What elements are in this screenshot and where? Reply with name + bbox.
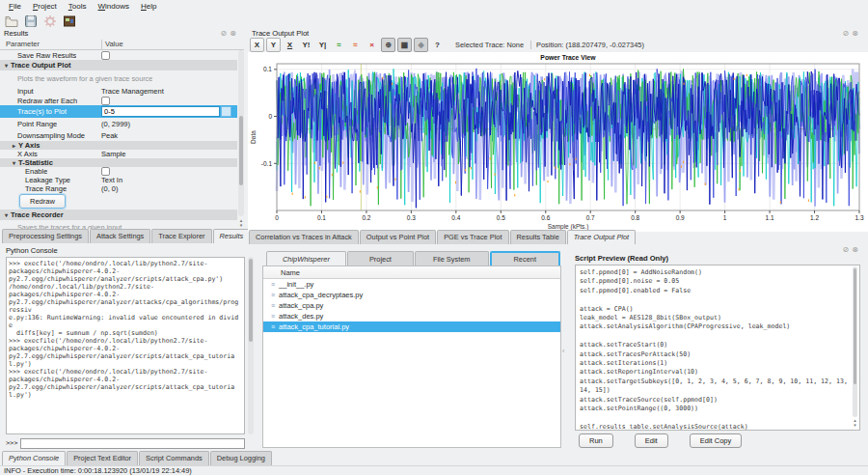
name-column-label: Name: [281, 268, 300, 277]
tab-pge-vs-trace[interactable]: PGE vs Trace Plot: [437, 230, 508, 244]
lock-ymin-button[interactable]: Y|: [315, 38, 330, 52]
param-row-point-range[interactable]: Point Range (0, 2999): [0, 118, 237, 129]
crosshair-button[interactable]: ⊕: [381, 38, 395, 52]
float-dock-icon[interactable]: ⊘: [843, 30, 850, 38]
console-input[interactable]: [20, 438, 245, 449]
tab-results-table[interactable]: Results Table: [510, 230, 566, 244]
svg-text:0.9: 0.9: [676, 214, 685, 221]
menu-project[interactable]: Project: [27, 1, 63, 12]
menu-windows[interactable]: Windows: [93, 1, 135, 12]
param-row-downsampling-mode[interactable]: Downsampling Mode Peak: [0, 129, 237, 141]
tab-recent[interactable]: Recent: [490, 251, 560, 266]
script-scrollbar-thumb[interactable]: [854, 268, 856, 384]
script-scrollbar[interactable]: [853, 266, 857, 417]
help-button[interactable]: ?: [430, 38, 445, 52]
float-dock-icon[interactable]: ⊘: [843, 246, 850, 254]
console-scrollbar-thumb[interactable]: [249, 259, 253, 342]
file-row[interactable]: ≡attack_cpa_decryptaes.py: [263, 290, 560, 300]
menu-help[interactable]: Help: [135, 1, 162, 12]
results-scrollbar-thumb[interactable]: [239, 116, 243, 185]
tab-trace-explorer[interactable]: Trace Explorer: [151, 229, 211, 243]
svg-text:Data: Data: [250, 130, 257, 144]
save-raw-results-checkbox[interactable]: [101, 51, 110, 60]
tab-script-commands[interactable]: Script Commands: [139, 451, 209, 465]
edit-copy-button[interactable]: Edit Copy: [690, 433, 743, 448]
persistence-wave-icon[interactable]: ≈: [332, 38, 346, 52]
section-trace-output-plot[interactable]: ▾Trace Output Plot: [0, 60, 237, 70]
save-project-icon[interactable]: [23, 14, 39, 29]
lock-ymax-button[interactable]: Y!: [299, 38, 313, 52]
plot-region[interactable]: 00.10.20.30.40.50.60.70.80.911.11.21.30.…: [248, 52, 868, 232]
section-trace-recorder[interactable]: ▾Trace Recorder: [0, 210, 237, 220]
param-row-traces-to-plot[interactable]: Trace(s) to Plot: [0, 105, 237, 118]
lock-x-button[interactable]: X: [283, 38, 297, 52]
param-row-trace-range[interactable]: Trace Range (0, 0): [0, 184, 237, 193]
tab-attack-settings[interactable]: Attack Settings: [90, 229, 150, 243]
open-project-icon[interactable]: [4, 14, 19, 29]
param-label: Trace Range: [0, 184, 67, 193]
traces-to-plot-input[interactable]: [101, 106, 220, 117]
run-button[interactable]: Run: [579, 433, 613, 448]
tab-results[interactable]: Results: [213, 229, 251, 243]
redraw-button[interactable]: Redraw: [19, 194, 66, 209]
edit-button[interactable]: Edit: [635, 433, 668, 448]
menu-file[interactable]: File: [3, 1, 27, 12]
file-row[interactable]: ≡attack_des.py: [263, 311, 560, 321]
console-output[interactable]: >>> execfile('/home/ondro/.local/lib/pyt…: [6, 257, 245, 434]
param-row-save-raw-results[interactable]: Save Raw Results: [0, 50, 237, 60]
file-row-selected[interactable]: ≡attack_cpa_tutorial.py: [263, 321, 560, 332]
tab-python-console[interactable]: Python Console: [2, 451, 66, 465]
section-y-axis[interactable]: ▸Y Axis: [0, 141, 237, 150]
power-trace-chart[interactable]: 00.10.20.30.40.50.60.70.80.911.11.21.30.…: [248, 52, 868, 232]
traces-to-plot-spin-button[interactable]: [221, 106, 231, 117]
script-preview-code[interactable]: self.ppmod[0] = AddNoiseRandom() self.pp…: [575, 265, 860, 431]
menu-tools[interactable]: Tools: [63, 1, 93, 12]
script-scroll-arrows[interactable]: ▴▾: [853, 418, 857, 428]
tab-preprocessing-settings[interactable]: Preprocessing Settings: [2, 229, 89, 243]
tab-correlation-vs-traces[interactable]: Correlation vs Traces in Attack: [249, 230, 359, 244]
console-scrollbar[interactable]: [248, 257, 254, 434]
close-dock-icon[interactable]: ⊗: [230, 30, 236, 38]
capture-window-icon[interactable]: [62, 14, 77, 29]
file-list-header[interactable]: Name: [263, 266, 560, 279]
file-row[interactable]: ≡attack_cpa.py: [263, 300, 560, 311]
autoscale-y-button[interactable]: Y: [266, 38, 281, 52]
param-row-enable[interactable]: Enable: [0, 167, 237, 176]
script-file-icon: ≡: [271, 281, 275, 288]
param-row-x-axis[interactable]: X Axis Sample: [0, 150, 237, 158]
tab-output-vs-point[interactable]: Output vs Point Plot: [360, 230, 436, 244]
float-dock-icon[interactable]: ⊘: [221, 30, 228, 38]
expand-arrow-icon[interactable]: ▾: [5, 212, 8, 218]
close-dock-icon[interactable]: ⊗: [852, 30, 858, 38]
results-scrollbar[interactable]: [238, 50, 244, 216]
param-row-leakage-type[interactable]: Leakage Type Text In: [0, 176, 237, 184]
tab-chipwhisperer[interactable]: ChipWhisperer: [266, 251, 346, 266]
redraw-after-each-checkbox[interactable]: [101, 97, 110, 105]
param-row-description: Saves the traces for a given input.: [0, 220, 237, 229]
svg-text:0.8: 0.8: [631, 214, 639, 221]
chipwhisperer-analyzer-window: File Project Tools Windows Help Results …: [0, 0, 868, 475]
grid-button[interactable]: ▦: [397, 38, 412, 52]
tab-file-system[interactable]: File System: [415, 251, 489, 266]
tab-trace-output-plot[interactable]: Trace Output Plot: [567, 230, 636, 244]
smoothing-wave-icon[interactable]: ≈: [348, 38, 363, 52]
tab-project[interactable]: Project: [347, 251, 414, 266]
pan-button[interactable]: ◆: [414, 38, 428, 52]
section-t-statistic[interactable]: ▾T-Statistic: [0, 158, 237, 167]
enable-checkbox[interactable]: [101, 167, 110, 176]
expand-arrow-icon[interactable]: ▾: [13, 160, 15, 166]
expand-arrow-icon[interactable]: ▾: [5, 63, 8, 69]
left-dock-tabbar: Preprocessing Settings Attack Settings T…: [2, 229, 250, 243]
tab-project-text-editor[interactable]: Project Text Editor: [67, 451, 138, 465]
param-row-redraw-after-each[interactable]: Redraw after Each: [0, 96, 237, 105]
settings-icon[interactable]: [42, 14, 58, 29]
clear-traces-button[interactable]: ×: [365, 38, 379, 52]
results-scroll-arrows[interactable]: ▴▾: [238, 218, 244, 228]
file-row[interactable]: ≡__init__.py: [263, 279, 560, 290]
autoscale-x-button[interactable]: X: [250, 38, 264, 52]
param-row-input[interactable]: Input Trace Management: [0, 86, 237, 96]
collapse-arrow-icon[interactable]: ▸: [13, 143, 15, 149]
close-dock-icon[interactable]: ⊗: [852, 246, 858, 254]
svg-text:0.4: 0.4: [451, 214, 460, 221]
collapse-splitter-handle[interactable]: ‹: [562, 348, 564, 354]
